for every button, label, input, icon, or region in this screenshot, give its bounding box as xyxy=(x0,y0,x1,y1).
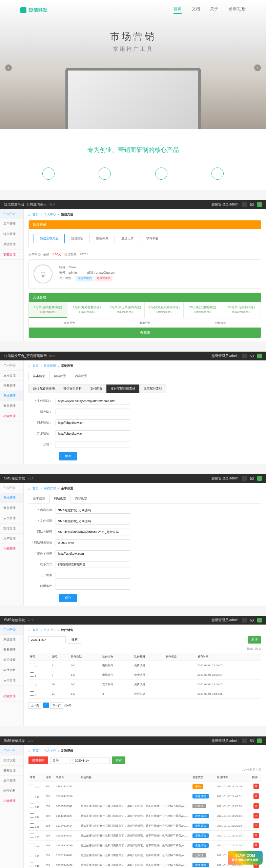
row-checkbox[interactable] xyxy=(30,682,34,686)
sidebar-item[interactable]: 个人中心 xyxy=(0,483,23,493)
sidebar-item[interactable]: 功能管理 xyxy=(0,544,23,554)
user-status-icon[interactable] xyxy=(257,738,262,743)
sidebar-item[interactable]: 应用管理 xyxy=(0,776,23,786)
text-input[interactable] xyxy=(56,430,130,437)
sidebar-item[interactable]: 个人中心 xyxy=(0,209,23,219)
row-checkbox[interactable] xyxy=(30,833,34,837)
row-checkbox[interactable] xyxy=(30,853,34,857)
sidebar-item[interactable]: 软件销售 xyxy=(0,665,23,675)
text-input[interactable] xyxy=(56,561,130,568)
date-input[interactable] xyxy=(28,636,66,643)
batch-delete-button[interactable]: 批量删除 xyxy=(28,756,48,764)
text-input[interactable] xyxy=(56,518,130,525)
text-input[interactable] xyxy=(56,507,130,514)
row-checkbox[interactable] xyxy=(30,784,34,788)
row-checkbox[interactable] xyxy=(30,813,34,818)
package-item[interactable]: 20万条(无限制满送)价格¥10000.00元 xyxy=(184,302,222,318)
row-checkbox[interactable] xyxy=(30,823,34,828)
row-checkbox[interactable] xyxy=(30,663,34,667)
admin-user-label[interactable]: 超级管理员 admin xyxy=(211,202,239,207)
save-button[interactable]: 保存 xyxy=(59,452,77,460)
page-prev[interactable]: 上一页 xyxy=(28,702,41,709)
sidebar-item[interactable]: 功能管理 xyxy=(0,250,23,260)
sidebar-item[interactable]: 财务管理 xyxy=(0,401,23,411)
carousel-prev-icon[interactable]: ‹ xyxy=(5,64,12,71)
user-status-icon[interactable] xyxy=(257,354,262,358)
notification-icon[interactable] xyxy=(242,738,247,743)
tab[interactable]: 基本信息 xyxy=(28,372,49,381)
sidebar-item[interactable]: 财务管理 xyxy=(0,645,23,655)
text-input[interactable] xyxy=(56,441,130,448)
row-checkbox[interactable] xyxy=(30,794,34,798)
sub-tab[interactable]: 支付配置 xyxy=(86,384,107,393)
package-item[interactable]: 50万条(无限制满送)价格¥20000.00元 xyxy=(222,302,261,318)
user-status-icon[interactable] xyxy=(257,476,262,481)
sidebar-item[interactable]: 系统管理 xyxy=(0,239,23,250)
home-icon[interactable]: ⌂ xyxy=(28,487,30,490)
package-item[interactable]: 5万条(第五条外内满送)价格¥5500.00元 xyxy=(145,302,183,318)
sub-tab[interactable]: 支付宝配对接素材 xyxy=(106,384,140,393)
text-input[interactable] xyxy=(56,409,130,415)
sidebar-item[interactable]: 短信设置 xyxy=(0,755,23,766)
bc-parent[interactable]: 个人中心 xyxy=(44,212,56,217)
logo[interactable]: 短信群发 xyxy=(20,7,47,13)
carousel-next-icon[interactable]: › xyxy=(254,64,261,71)
notification-icon[interactable] xyxy=(242,618,247,623)
sidebar-item[interactable]: 应用管理 xyxy=(0,219,23,229)
notification-icon[interactable] xyxy=(242,476,247,481)
sidebar-item[interactable]: 功能管理 xyxy=(0,796,23,806)
sidebar-item[interactable]: 系统管理 xyxy=(0,493,23,503)
delete-button[interactable]: × xyxy=(253,784,259,789)
page-next[interactable]: 下一页 xyxy=(50,702,63,709)
row-checkbox[interactable] xyxy=(30,843,34,847)
recharge-tab-btn[interactable]: 软件销售 xyxy=(140,234,165,243)
sidebar-item[interactable]: 功能管理 xyxy=(0,411,23,421)
sidebar-item[interactable]: 应用管理 xyxy=(0,371,23,381)
search-button[interactable]: 搜索 xyxy=(112,756,125,764)
sidebar-item[interactable]: 系统管理 xyxy=(0,391,23,401)
row-checkbox[interactable] xyxy=(30,804,34,808)
bc-home[interactable]: 首页 xyxy=(33,212,39,217)
sidebar-item[interactable]: 用户管理 xyxy=(0,534,23,544)
recharge-tab-btn[interactable]: 短信套餐充值 xyxy=(34,234,65,243)
delete-button[interactable]: × xyxy=(253,793,259,799)
text-input[interactable] xyxy=(56,419,130,426)
text-input[interactable] xyxy=(56,398,130,405)
delete-button[interactable]: × xyxy=(253,803,259,809)
sidebar-item[interactable]: 个人中心 xyxy=(0,360,23,371)
sidebar-item[interactable]: 个人中心 xyxy=(0,625,23,635)
home-icon[interactable]: ⌂ xyxy=(28,628,30,632)
home-icon[interactable]: ⌂ xyxy=(28,364,30,368)
sub-tab[interactable]: 微信支付素材 xyxy=(59,384,86,393)
go-recharge-button[interactable]: 去充值 xyxy=(29,328,261,338)
text-input[interactable] xyxy=(56,550,130,557)
row-checkbox[interactable] xyxy=(30,672,34,677)
nav-login[interactable]: 登录/注册 xyxy=(228,6,246,14)
add-button[interactable]: 新增 xyxy=(248,636,261,644)
tab[interactable]: 内容设置 xyxy=(70,372,91,381)
text-input[interactable] xyxy=(56,529,130,535)
sidebar-item[interactable]: 应用管理 xyxy=(0,675,23,686)
sidebar-item[interactable]: 任务管理 xyxy=(0,381,23,391)
delete-button[interactable]: × xyxy=(253,833,259,838)
notification-icon[interactable] xyxy=(242,202,247,207)
sidebar-item[interactable]: 财务管理 xyxy=(0,766,23,776)
package-item[interactable]: 5万条(第五条国内满送)价格¥5000.00元 xyxy=(106,302,145,318)
search-button[interactable]: 搜索 xyxy=(68,636,81,644)
row-checkbox[interactable] xyxy=(30,863,34,867)
user-status-icon[interactable] xyxy=(257,618,262,623)
delete-button[interactable]: × xyxy=(253,813,259,818)
nav-about[interactable]: 关于 xyxy=(210,6,218,14)
tab[interactable]: 网站设置 xyxy=(49,372,70,381)
nav-home[interactable]: 首页 xyxy=(173,6,182,14)
package-item[interactable]: 1万条(国内套餐满送)价格¥1500.00元 xyxy=(29,302,67,318)
row-checkbox[interactable] xyxy=(30,691,34,696)
sidebar-item[interactable]: 财务管理 xyxy=(0,503,23,513)
tab[interactable]: 基本信息 xyxy=(28,494,49,503)
recharge-tab-btn[interactable]: 短信模板 xyxy=(65,234,90,243)
sidebar-item[interactable]: 功能管理 xyxy=(0,691,23,702)
date-input[interactable] xyxy=(73,757,110,764)
delete-button[interactable]: × xyxy=(253,843,259,848)
delete-button[interactable]: × xyxy=(253,823,259,828)
save-button[interactable]: 保存 xyxy=(59,594,77,602)
